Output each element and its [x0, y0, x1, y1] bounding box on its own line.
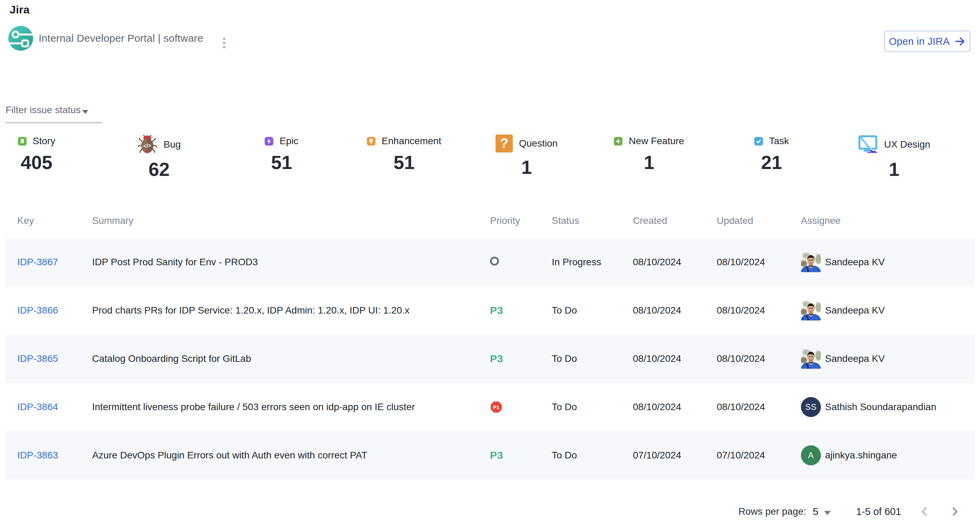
- issue-created: 07/10/2024: [621, 431, 705, 479]
- issue-summary: Prod charts PRs for IDP Service: 1.20.x,…: [80, 286, 478, 335]
- avatar-photo: [801, 252, 821, 272]
- priority-p1-icon: P1: [490, 401, 503, 413]
- column-header: Priority: [478, 203, 540, 238]
- svg-text:</>: </>: [143, 143, 151, 149]
- avatar-photo: [801, 349, 821, 369]
- stat-label: Bug: [164, 138, 181, 151]
- rows-per-page-value: 5: [813, 506, 819, 517]
- select-underline: [6, 122, 102, 123]
- issues-table: KeySummaryPriorityStatusCreatedUpdatedAs…: [6, 203, 974, 479]
- stat-label: Story: [33, 135, 55, 148]
- enhancement-icon: [367, 137, 375, 146]
- epic-icon: [265, 137, 273, 146]
- stat-label: Epic: [280, 135, 298, 148]
- next-page-button[interactable]: [938, 495, 971, 525]
- stat-label: Task: [769, 135, 789, 148]
- issue-key-link[interactable]: IDP-3867: [17, 257, 58, 267]
- dropdown-arrow-icon: [824, 511, 831, 515]
- issue-status: To Do: [540, 431, 621, 479]
- column-header: Key: [6, 203, 80, 238]
- kebab-menu-button[interactable]: [216, 35, 232, 51]
- issue-status: In Progress: [540, 238, 621, 286]
- issue-type-stat: UX Design 1: [835, 135, 953, 179]
- avatar-photo: [801, 300, 821, 320]
- issue-summary: IDP Post Prod Sanity for Env - PROD3: [80, 238, 478, 286]
- entity-title: Internal Developer Portal | software: [39, 26, 203, 51]
- previous-page-button[interactable]: [908, 495, 941, 525]
- assignee-avatar-initials: SS: [801, 397, 821, 417]
- table-row: IDP-3863 Azure DevOps Plugin Errors out …: [6, 431, 974, 479]
- dropdown-arrow-icon: [82, 110, 88, 114]
- svg-text:P1: P1: [493, 404, 499, 410]
- issue-type-stat: Task 21: [713, 135, 830, 172]
- kebab-dot: [223, 46, 225, 48]
- stat-count: 1: [468, 158, 585, 177]
- issue-updated: 07/10/2024: [705, 431, 789, 479]
- filter-issue-status-select[interactable]: Filter issue status: [6, 103, 102, 117]
- issue-summary: Catalog Onboarding Script for GitLab: [80, 335, 478, 383]
- column-header: Created: [621, 203, 705, 238]
- issue-type-stats: Story 405 </> Bug 62: [0, 135, 980, 179]
- issue-created: 08/10/2024: [621, 238, 705, 286]
- new-feature-icon: [614, 137, 622, 146]
- issue-key-link[interactable]: IDP-3865: [17, 353, 58, 364]
- issue-status: To Do: [540, 335, 621, 383]
- rows-per-page-select[interactable]: 5: [813, 501, 831, 523]
- story-icon: [18, 137, 27, 146]
- stat-count: 1: [835, 160, 953, 179]
- stat-label: UX Design: [884, 138, 930, 151]
- issue-type-stat: New Feature 1: [590, 135, 708, 172]
- issue-key-link[interactable]: IDP-3864: [17, 401, 58, 412]
- priority-badge: P3: [490, 305, 503, 316]
- assignee-avatar-initials: A: [801, 445, 821, 465]
- assignee-name: Sandeepa KV: [825, 257, 885, 268]
- priority-none-icon: [490, 257, 499, 266]
- jira-plugin-page: Jira Internal Developer Portal | softwar…: [0, 0, 980, 525]
- stat-label: New Feature: [629, 135, 684, 148]
- open-in-jira-button[interactable]: Open in JIRA: [884, 31, 970, 52]
- bug-icon: </>: [137, 135, 158, 154]
- stat-count: 51: [223, 153, 340, 172]
- question-icon: ?: [496, 135, 513, 152]
- table-row: IDP-3864 Intermittent liveness probe fai…: [6, 383, 974, 431]
- pagination-range: 1-5 of 601: [856, 501, 901, 523]
- svg-text:?: ?: [500, 136, 508, 151]
- issue-summary: Azure DevOps Plugin Errors out with Auth…: [80, 431, 478, 479]
- issue-updated: 08/10/2024: [705, 383, 789, 431]
- rows-per-page-label: Rows per page:: [738, 501, 806, 523]
- issue-created: 08/10/2024: [621, 335, 705, 383]
- column-header: Assignee: [789, 203, 974, 238]
- issue-status: To Do: [540, 383, 621, 431]
- table-pagination: Rows per page: 5 1-5 of 601: [0, 479, 980, 525]
- stat-label: Question: [519, 137, 558, 150]
- priority-badge: P3: [490, 353, 503, 364]
- ux-design-icon: [858, 135, 878, 154]
- table-row: IDP-3865 Catalog Onboarding Script for G…: [6, 335, 974, 383]
- column-header: Summary: [80, 203, 478, 238]
- table-row: IDP-3866 Prod charts PRs for IDP Service…: [6, 286, 974, 335]
- avatar-photo: [801, 252, 821, 272]
- issue-key-link[interactable]: IDP-3866: [17, 305, 58, 316]
- issue-type-stat: Epic 51: [223, 135, 340, 172]
- column-header: Status: [540, 203, 621, 238]
- issue-updated: 08/10/2024: [705, 335, 789, 383]
- table-row: IDP-3867 IDP Post Prod Sanity for Env - …: [6, 238, 974, 286]
- assignee-name: Sandeepa KV: [825, 353, 885, 364]
- issue-summary: Intermittent liveness probe failure / 50…: [80, 383, 478, 431]
- kebab-dot: [223, 42, 225, 44]
- enhancement-icon: [367, 137, 375, 146]
- assignee-name: Sandeepa KV: [825, 305, 885, 316]
- new-feature-icon: [614, 137, 622, 146]
- issue-created: 08/10/2024: [621, 286, 705, 335]
- avatar-photo: [801, 349, 821, 369]
- issue-updated: 08/10/2024: [705, 238, 789, 286]
- issue-key-link[interactable]: IDP-3863: [17, 450, 58, 460]
- stat-count: 51: [345, 153, 463, 172]
- column-header: Updated: [705, 203, 789, 238]
- arrow-right-icon: [955, 36, 966, 47]
- ux-design-icon: [858, 135, 878, 154]
- table-header-row: KeySummaryPriorityStatusCreatedUpdatedAs…: [6, 203, 974, 238]
- stat-label: Enhancement: [382, 135, 441, 148]
- bug-icon: </>: [137, 135, 158, 154]
- issue-type-stat: ? Question 1: [468, 135, 585, 177]
